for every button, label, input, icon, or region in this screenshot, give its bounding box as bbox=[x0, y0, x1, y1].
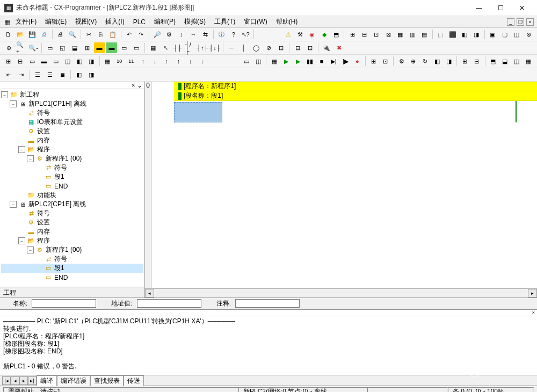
step-icon[interactable]: ▶| bbox=[329, 56, 339, 67]
t2-h[interactable]: ▭ bbox=[131, 42, 142, 53]
tree-plc2-symbols[interactable]: ⇄符号 bbox=[1, 209, 143, 218]
t3-r[interactable]: ▦ bbox=[269, 56, 279, 67]
tool-o[interactable]: ◨ bbox=[471, 29, 482, 40]
t3-p[interactable]: ▭ bbox=[241, 56, 251, 67]
t3-w[interactable]: ↻ bbox=[420, 56, 430, 67]
t4-c[interactable]: ≣ bbox=[57, 69, 68, 80]
mdi-min[interactable]: _ bbox=[507, 18, 514, 26]
tool-n[interactable]: ◧ bbox=[459, 29, 469, 40]
tree-plc1-prog1-sym[interactable]: ⇄符号 bbox=[1, 163, 143, 172]
t3-y[interactable]: ◨ bbox=[444, 56, 454, 67]
t3-z2[interactable]: ⊟ bbox=[471, 56, 482, 67]
output-tab-transfer[interactable]: 传送 bbox=[124, 375, 144, 386]
undo-icon[interactable]: ↶ bbox=[124, 29, 134, 40]
coil-icon[interactable]: ◯ bbox=[251, 42, 262, 53]
t3-j[interactable]: ↑ bbox=[138, 56, 148, 67]
project-tree[interactable]: −📁新工程 −🖥新PLC1[CP1H] 离线 ⇄符号 ▦IO表和单元设置 ⚙设置… bbox=[0, 89, 144, 287]
selected-cell[interactable] bbox=[174, 102, 222, 122]
tree-tab-project[interactable]: 工程 bbox=[0, 287, 144, 297]
tree-plc2-prog1-end[interactable]: ▭END bbox=[1, 273, 143, 282]
cursor-icon[interactable]: ↖ bbox=[160, 42, 171, 53]
tree-plc1-symbols[interactable]: ⇄符号 bbox=[1, 108, 143, 118]
tree-plc2[interactable]: −🖥新PLC2[CP1E] 离线 bbox=[1, 200, 143, 209]
online-icon[interactable]: 🔌 bbox=[321, 42, 332, 53]
t3-x[interactable]: ◧ bbox=[432, 56, 442, 67]
whatsthis-icon[interactable]: ↖? bbox=[240, 29, 250, 40]
print-icon[interactable]: 🖨 bbox=[55, 29, 66, 40]
t2-e[interactable]: ▬ bbox=[94, 42, 105, 53]
warn-icon[interactable]: ⚠ bbox=[283, 29, 293, 40]
t3-n[interactable]: ↓ bbox=[185, 56, 195, 67]
t3-u[interactable]: ⚙ bbox=[396, 56, 407, 67]
output-tab-errors[interactable]: 编译错误 bbox=[57, 375, 90, 386]
tool-d[interactable]: ⬒ bbox=[331, 29, 341, 40]
t3-z3[interactable]: ⬒ bbox=[488, 56, 498, 67]
tree-plc2-settings[interactable]: ⚙设置 bbox=[1, 218, 143, 227]
tree-plc2-prog1-sym[interactable]: ⇄符号 bbox=[1, 255, 143, 264]
tree-plc2-memory[interactable]: ▬内存 bbox=[1, 227, 143, 236]
tree-plc1-io[interactable]: ▦IO表和单元设置 bbox=[1, 118, 143, 127]
t3-11[interactable]: 11 bbox=[126, 56, 136, 67]
field-name-input[interactable] bbox=[32, 299, 96, 308]
tree-close-bar[interactable]: × ⌄ bbox=[0, 82, 144, 89]
t3-v[interactable]: ⊕ bbox=[408, 56, 418, 67]
del-vline-icon[interactable]: ⊡ bbox=[304, 42, 315, 53]
output-tab-find[interactable]: 查找报表 bbox=[90, 375, 124, 386]
t3-h[interactable]: ◨ bbox=[86, 56, 97, 67]
t3-l[interactable]: ↑ bbox=[162, 56, 172, 67]
tree-plc1-funcblocks[interactable]: 📁功能块 bbox=[1, 191, 143, 200]
find-icon[interactable]: 🔎 bbox=[152, 29, 162, 40]
tb-3[interactable]: ↔ bbox=[188, 29, 198, 40]
menu-file[interactable]: 文件(F) bbox=[12, 16, 40, 27]
info-icon[interactable]: ⓘ bbox=[216, 29, 227, 40]
t4-b[interactable]: ☰ bbox=[45, 69, 55, 80]
menu-edit[interactable]: 编辑(E) bbox=[42, 16, 70, 27]
preview-icon[interactable]: 🔍 bbox=[68, 29, 78, 40]
tree-plc1-prog1-end[interactable]: ▭END bbox=[1, 182, 143, 191]
menu-window[interactable]: 窗口(W) bbox=[241, 16, 270, 27]
play2-icon[interactable]: ▶ bbox=[293, 56, 303, 67]
outdent-icon[interactable]: ⇥ bbox=[16, 69, 26, 80]
t3-g[interactable]: ◧ bbox=[74, 56, 84, 67]
tool-p[interactable]: ▣ bbox=[488, 29, 498, 40]
t2-f[interactable]: ▬ bbox=[106, 42, 117, 53]
t3-d[interactable]: ▬ bbox=[39, 56, 49, 67]
step2-icon[interactable]: |▶ bbox=[340, 56, 351, 67]
tb-1[interactable]: ⚙ bbox=[164, 29, 175, 40]
mdi-restore[interactable]: ❐ bbox=[517, 18, 524, 26]
scroll-left-icon[interactable]: ◂ bbox=[145, 289, 154, 297]
tree-plc2-prog1[interactable]: −⚙新程序1 (00) bbox=[1, 245, 143, 255]
contact-n-icon[interactable]: ┤↓├ bbox=[209, 42, 220, 53]
saveall-icon[interactable]: ⎙ bbox=[39, 29, 49, 40]
minimize-button[interactable]: — bbox=[468, 0, 490, 16]
t4-a[interactable]: ☰ bbox=[32, 69, 43, 80]
output-tab-compile[interactable]: 编译 bbox=[37, 375, 57, 386]
tree-root[interactable]: −📁新工程 bbox=[1, 90, 143, 99]
tb-4[interactable]: ⇆ bbox=[200, 29, 211, 40]
t3-k[interactable]: ↓ bbox=[150, 56, 160, 67]
contact-p-icon[interactable]: ┤↑├ bbox=[197, 42, 208, 53]
t2-b[interactable]: ◱ bbox=[57, 42, 68, 53]
coil-nc-icon[interactable]: ⊘ bbox=[263, 42, 274, 53]
t4-d[interactable]: ◧ bbox=[74, 69, 84, 80]
tool-k[interactable]: ▤ bbox=[419, 29, 429, 40]
tool-h[interactable]: ⊠ bbox=[383, 29, 393, 40]
vline-icon[interactable]: │ bbox=[238, 42, 249, 53]
t3-t[interactable]: ⊡ bbox=[380, 56, 390, 67]
tab-nav-first[interactable]: |◂ bbox=[2, 376, 11, 385]
tool-c[interactable]: ◆ bbox=[319, 29, 329, 40]
scroll-right-icon[interactable]: ▸ bbox=[528, 289, 537, 297]
tree-plc1-settings[interactable]: ⚙设置 bbox=[1, 127, 143, 136]
tree-plc1-memory[interactable]: ▬内存 bbox=[1, 136, 143, 145]
tool-i[interactable]: ▦ bbox=[395, 29, 405, 40]
t2-d[interactable]: ⊞ bbox=[82, 42, 92, 53]
help-icon[interactable]: ? bbox=[228, 29, 238, 40]
t3-o[interactable]: ↓ bbox=[197, 56, 207, 67]
t3-z5[interactable]: ◫ bbox=[512, 56, 522, 67]
output-text[interactable]: ─────── PLC: '新PLC1'（PLC机型'CJ1M CPU11'转换… bbox=[0, 316, 537, 375]
tree-plc1-prog1[interactable]: −⚙新程序1 (00) bbox=[1, 154, 143, 163]
func-icon[interactable]: ⊡ bbox=[275, 42, 286, 53]
menu-plc[interactable]: PLC bbox=[130, 17, 149, 27]
t3-c[interactable]: ▭ bbox=[27, 56, 37, 67]
menu-simulate[interactable]: 模拟(S) bbox=[181, 16, 209, 27]
